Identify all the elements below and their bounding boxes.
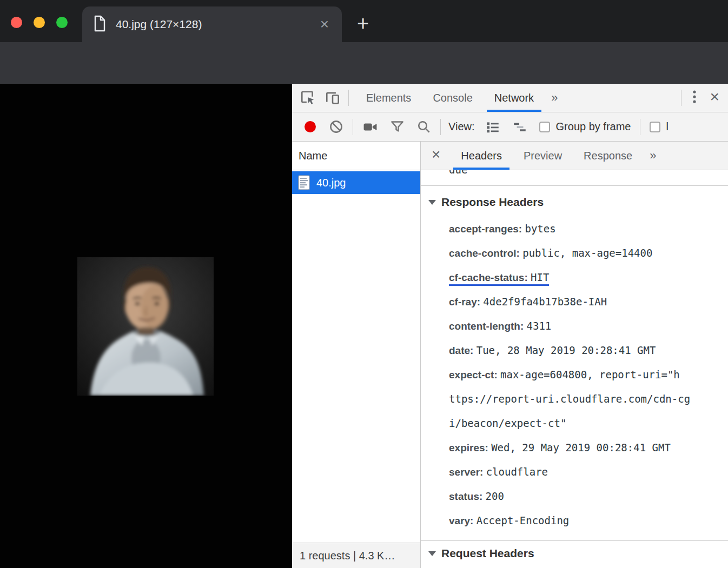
network-body: Name 40.jpg 1 requests | 4.3 K… × Hea [292,142,728,568]
capture-screenshots-button[interactable] [356,120,384,134]
browser-tabstrip: 40.jpg (127×128) × + [0,0,728,42]
tab-preview[interactable]: Preview [513,142,573,170]
requests-summary-bar: 1 requests | 4.3 K… [292,543,420,568]
page-file-icon [93,15,107,34]
header-row: vary: Accept-Encoding [449,509,680,533]
detail-close-icon[interactable]: × [421,147,450,164]
view-label: View: [448,121,475,133]
request-detail-panel: × Headers Preview Response » due Respons… [421,142,728,568]
header-row: expect-ct: max-age=604800, report-uri="h [449,363,680,387]
list-view-icon [485,120,500,134]
headers-pane: due Response Headers accept-ranges: byte… [421,170,728,568]
device-toolbar-button[interactable] [320,90,345,106]
tab-network[interactable]: Network [484,84,545,112]
tab-console[interactable]: Console [422,84,483,112]
header-row: date: Tue, 28 May 2019 20:28:41 GMT [449,338,680,363]
response-headers-title: Response Headers [441,196,544,209]
devtools-panel: Elements Console Network » × [292,84,728,568]
request-headers-title: Request Headers [441,547,534,560]
browser-tab[interactable]: 40.jpg (127×128) × [82,6,342,42]
more-tabs-chevron[interactable]: » [545,91,564,105]
use-large-rows-button[interactable] [479,120,506,134]
divider [440,119,441,135]
header-row: accept-ranges: bytes [449,217,680,241]
header-row: cf-ray: 4de2f9fa4b17b38e-IAH [449,290,680,314]
network-toolbar: View: Group by frame l [292,112,728,142]
requests-column: Name 40.jpg 1 requests | 4.3 K… [292,142,421,568]
detail-more-tabs-chevron[interactable]: » [643,149,663,163]
detail-tabbar: × Headers Preview Response » [421,142,728,170]
tab-elements[interactable]: Elements [355,84,422,112]
preserve-log-checkbox[interactable] [650,122,660,132]
header-row: content-length: 4311 [449,314,680,338]
document-icon [298,175,310,190]
devtools-close-button[interactable]: × [704,89,728,107]
show-overview-button[interactable] [506,120,533,134]
header-row-continuation: i/beacon/expect-ct" [449,411,680,436]
header-row: status: 200 [449,484,680,509]
section-divider [421,540,728,541]
tab-close-icon[interactable]: × [318,17,331,32]
new-tab-button[interactable]: + [357,12,369,35]
header-row: cache-control: public, max-age=14400 [449,241,680,265]
browser-toolbar: https:// /faces/40.jpg [0,42,728,84]
divider [353,119,353,135]
search-icon [416,119,431,134]
tab-headers[interactable]: Headers [450,142,513,170]
header-row-clipped: :authority: serve-assets-workers-toolin-… [449,564,680,568]
kebab-icon [692,89,697,105]
screenshot-root: 40.jpg (127×128) × + https:// /faces/40.… [0,0,728,568]
funnel-icon [390,119,405,134]
preserve-log-label-clipped[interactable]: l [666,121,669,133]
devtools-menu-button[interactable] [685,89,704,107]
header-row: expires: Wed, 29 May 2019 00:28:41 GMT [449,436,680,460]
divider [348,90,349,106]
clipped-scrolled-text: due [449,170,467,176]
record-button[interactable] [305,121,316,132]
header-row-highlighted: cf-cache-status: HIT [449,265,680,290]
requests-empty-area [292,194,420,543]
page-viewport [0,84,292,568]
clear-button[interactable] [323,119,349,134]
search-button[interactable] [411,119,437,134]
camera-icon [362,120,378,134]
inspect-element-button[interactable] [295,90,320,106]
request-headers-list: :authority: serve-assets-workers-toolin-… [421,562,680,568]
device-toolbar-icon [325,90,341,106]
devtools-tabbar: Elements Console Network » × [292,84,728,112]
collapse-triangle-icon [428,551,436,556]
tab-response[interactable]: Response [573,142,643,170]
inspect-cursor-icon [300,90,316,106]
response-headers-section-toggle[interactable]: Response Headers [421,194,728,210]
minimize-window-button[interactable] [34,17,45,28]
waterfall-icon [512,120,527,134]
clear-icon [329,119,343,134]
portrait-photo [77,257,214,396]
request-headers-section-toggle[interactable]: Request Headers [421,545,728,562]
divider [640,119,640,135]
zoom-window-button[interactable] [56,17,68,28]
response-headers-list: accept-ranges: bytes cache-control: publ… [421,210,680,533]
window-controls [11,17,68,28]
header-row-continuation: ttps://report-uri.cloudflare.com/cdn-cg [449,387,680,411]
divider [681,90,681,106]
tab-title: 40.jpg (127×128) [116,18,318,31]
filter-button[interactable] [384,119,411,134]
header-row: server: cloudflare [449,460,680,484]
group-by-frame-label[interactable]: Group by frame [556,121,631,133]
request-name: 40.jpg [316,177,346,189]
request-row[interactable]: 40.jpg [292,171,420,194]
name-column-header[interactable]: Name [292,142,420,170]
section-divider [421,185,728,186]
close-window-button[interactable] [11,17,22,28]
group-by-frame-checkbox[interactable] [539,122,550,132]
collapse-triangle-icon [428,200,436,205]
